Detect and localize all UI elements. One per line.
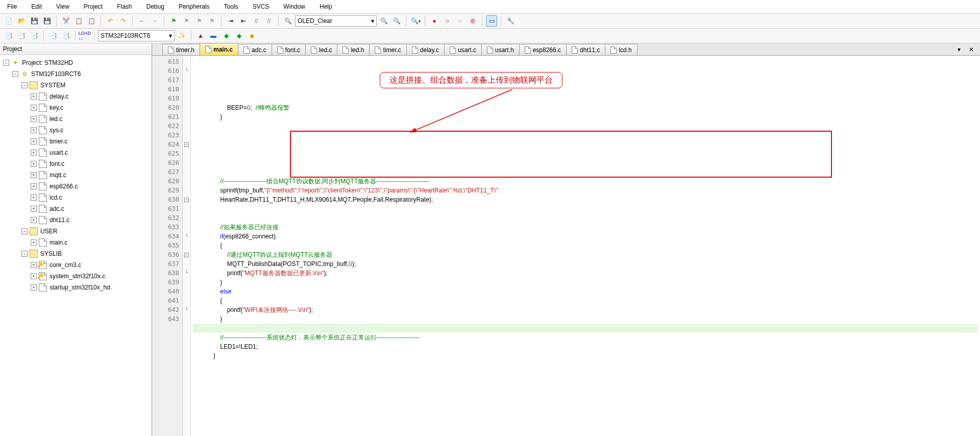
window-button[interactable]: ▭	[486, 15, 497, 27]
menu-tools[interactable]: Tools	[221, 2, 241, 11]
code-line[interactable]	[193, 204, 978, 213]
tree-file[interactable]: +🔑system_stm32f10x.c	[31, 271, 151, 282]
debug-config-button[interactable]: 🔍▾	[410, 15, 421, 27]
menu-project[interactable]: Project	[81, 2, 106, 11]
tree-file[interactable]: +mqtt.c	[31, 169, 151, 181]
breakpoint-disable-button[interactable]: ○	[454, 15, 465, 27]
code-line[interactable]: //---------------------组合MQTT协议数据,同步到MQT…	[193, 177, 978, 186]
new-file-button[interactable]: 📄	[3, 15, 14, 27]
code-line[interactable]	[193, 213, 978, 223]
tab-main-c[interactable]: main.c	[200, 43, 238, 55]
tree-group-system[interactable]: −SYSTEM	[21, 80, 151, 91]
tree-root[interactable]: −✦Project: STM32HD	[3, 57, 151, 68]
tab-led-c[interactable]: led.c	[305, 44, 337, 55]
translate-button[interactable]: 📑	[3, 30, 14, 41]
code-line[interactable]: printf("MQTT服务器数据已更新.\r\n");	[193, 269, 978, 278]
bookmark-prev-button[interactable]: ⚑	[181, 15, 192, 27]
tree-file[interactable]: +usart.c	[31, 147, 151, 158]
menu-peripherals[interactable]: Peripherals	[176, 2, 213, 11]
tab-font-c[interactable]: font.c	[272, 44, 306, 55]
indent-button[interactable]: ⇥	[225, 15, 236, 27]
code-line[interactable]: {	[193, 241, 978, 250]
breakpoint-kill-button[interactable]: ⊘	[467, 15, 478, 27]
tree-file[interactable]: +led.c	[31, 113, 151, 125]
tab-menu-button[interactable]: ▾	[953, 44, 965, 55]
tree-target[interactable]: −⚙STM32F103RCT6	[12, 68, 151, 80]
project-tree[interactable]: −✦Project: STM32HD−⚙STM32F103RCT6−SYSTEM…	[0, 55, 152, 436]
code-line[interactable]	[193, 360, 978, 370]
tab-timer-c[interactable]: timer.c	[369, 44, 406, 55]
open-button[interactable]: 📂	[16, 15, 27, 27]
bookmark-button[interactable]: ⚑	[168, 15, 179, 27]
batch-build-button[interactable]: 📑	[47, 30, 59, 41]
copy-button[interactable]: 📋	[73, 15, 84, 27]
tree-file[interactable]: +adc.c	[31, 203, 151, 214]
code-line[interactable]: if(esp8266_connect)	[193, 232, 978, 241]
code-line[interactable]: //如果服务器已经连接	[193, 223, 978, 232]
find-in-files-button[interactable]: 🔍	[282, 15, 293, 27]
target-combo[interactable]: STM32F103RCT6 ▾	[98, 30, 175, 41]
code-line[interactable]: else	[193, 287, 978, 296]
build-button[interactable]: 📑	[16, 30, 27, 41]
code-line[interactable]: //通过MQTT协议上报到MQTT云服务器	[193, 250, 978, 259]
code-line[interactable]: MQTT_PublishData(POST_TOPIC,tmp_buff,0);	[193, 259, 978, 269]
tree-group-user[interactable]: −USER	[21, 226, 151, 237]
uncomment-button[interactable]: //	[263, 15, 275, 27]
tree-file[interactable]: +sys.c	[31, 125, 151, 136]
tab-usart-h[interactable]: usart.h	[481, 44, 520, 55]
tree-file[interactable]: +main.c	[31, 237, 151, 248]
pack-installer-button[interactable]: ◆	[246, 30, 257, 41]
outdent-button[interactable]: ⇤	[238, 15, 249, 27]
redo-button[interactable]: ↷	[117, 15, 129, 27]
code-editor[interactable]: 6156166176186196206216226236246256266276…	[152, 56, 980, 436]
code-line[interactable]	[193, 122, 978, 131]
code-line[interactable]: printf("WIFI未连接网络----.\r\n");	[193, 305, 978, 314]
options-button[interactable]: ✨	[176, 30, 187, 41]
breakpoint-insert-button[interactable]: ●	[429, 15, 440, 27]
menu-help[interactable]: Help	[316, 2, 335, 11]
download-button[interactable]: LOAD↓↓	[79, 30, 90, 41]
code-line[interactable]: BEEP=0; //蜂鸣器报警	[193, 103, 978, 112]
configure-button[interactable]: 🔧	[505, 15, 516, 27]
menu-file[interactable]: File	[4, 2, 20, 11]
code-line[interactable]: sprintf(tmp_buff,"{\"method\":\"report\"…	[193, 186, 978, 195]
tree-group-syslib[interactable]: −SYSLIB	[21, 248, 151, 259]
code-line[interactable]: }	[193, 314, 978, 324]
code-line[interactable]	[193, 324, 978, 333]
menu-edit[interactable]: Edit	[28, 2, 45, 11]
menu-svcs[interactable]: SVCS	[250, 2, 273, 11]
code-line[interactable]: {	[193, 296, 978, 305]
nav-back-button[interactable]: ←	[136, 15, 148, 27]
code-line[interactable]: LED1=!LED1;	[193, 342, 978, 351]
menu-view[interactable]: View	[53, 2, 72, 11]
bookmark-clear-button[interactable]: ⚑	[206, 15, 217, 27]
comment-button[interactable]: //	[251, 15, 262, 27]
code-content[interactable]: 这是拼接、组合数据，准备上传到物联网平台 BEEP=0; //蜂鸣器报警 } /…	[191, 56, 980, 436]
multi-project-button[interactable]: ▬	[208, 30, 219, 41]
tree-file[interactable]: +startup_stm32f10x_hd.	[31, 282, 151, 293]
code-line[interactable]: }	[193, 112, 978, 122]
rebuild-button[interactable]: 📑	[29, 30, 40, 41]
code-line[interactable]: //---------------------系统状态灯．表示整个系统正在正常运…	[193, 333, 978, 342]
manage-rte-button[interactable]: ◆	[233, 30, 244, 41]
breakpoint-enable-button[interactable]: ○	[442, 15, 453, 27]
tab-delay-c[interactable]: delay.c	[406, 44, 445, 55]
tree-file[interactable]: +font.c	[31, 158, 151, 169]
tree-file[interactable]: +dht11.c	[31, 214, 151, 226]
paste-button[interactable]: 📋	[86, 15, 97, 27]
tree-file[interactable]: +lcd.c	[31, 192, 151, 203]
tab-adc-c[interactable]: adc.c	[238, 44, 272, 55]
save-all-button[interactable]: 💾	[41, 15, 53, 27]
code-line[interactable]: }	[193, 278, 978, 287]
tab-close-button[interactable]: ✕	[966, 44, 977, 55]
tab-dht11-c[interactable]: dht11.c	[566, 44, 605, 55]
tab-esp8266-c[interactable]: esp8266.c	[519, 44, 567, 55]
code-line[interactable]: }	[193, 351, 978, 360]
undo-button[interactable]: ↶	[105, 15, 116, 27]
tree-file[interactable]: +esp8266.c	[31, 181, 151, 192]
tab-lcd-h[interactable]: lcd.h	[605, 44, 637, 55]
menu-window[interactable]: Window	[280, 2, 308, 11]
incremental-find-button[interactable]: 🔍	[391, 15, 402, 27]
menu-debug[interactable]: Debug	[143, 2, 167, 11]
find-combo[interactable]: OLED_Clear ▾	[295, 15, 377, 27]
